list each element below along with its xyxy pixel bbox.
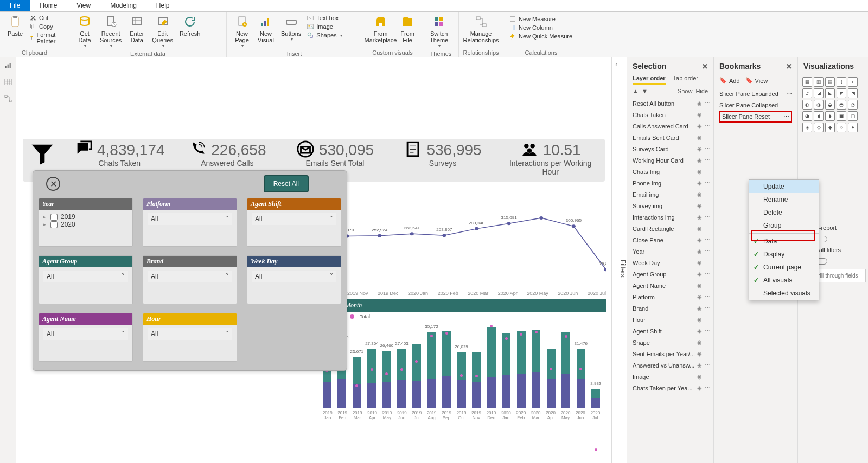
visibility-icon[interactable]: ◉ <box>697 134 705 140</box>
more-icon[interactable]: ⋯ <box>705 327 712 335</box>
context-menu-item[interactable]: Selected visuals <box>749 287 819 300</box>
more-icon[interactable]: ⋯ <box>705 134 712 141</box>
context-menu-item[interactable]: Delete <box>749 206 819 219</box>
slicer[interactable]: HourAll˅ <box>143 313 237 362</box>
viz-type-icon[interactable]: ○ <box>837 123 846 132</box>
bookmark-item[interactable]: Slicer Pane Reset⋯ <box>719 111 792 123</box>
bookmark-item[interactable]: Slicer Pane Expanded⋯ <box>719 88 792 100</box>
viz-type-icon[interactable]: ◗ <box>825 111 835 121</box>
more-icon[interactable]: ⋯ <box>705 145 712 152</box>
textbox-button[interactable]: AText box <box>307 14 342 22</box>
close-icon[interactable]: ✕ <box>786 62 792 70</box>
selection-item[interactable]: Agent Name◉⋯ <box>633 280 712 291</box>
selection-item[interactable]: Email img◉⋯ <box>633 189 712 200</box>
selection-item[interactable]: Chats Taken per Yea...◉⋯ <box>633 382 712 394</box>
slicer[interactable]: PlatformAll˅ <box>143 198 237 247</box>
visibility-icon[interactable]: ◉ <box>697 123 705 129</box>
visibility-icon[interactable]: ◉ <box>697 100 705 106</box>
visibility-icon[interactable]: ◉ <box>697 317 705 323</box>
slicer[interactable]: Agent GroupAll˅ <box>39 255 133 304</box>
context-menu-item[interactable]: Current page <box>749 261 819 274</box>
viz-type-icon[interactable]: ◓ <box>837 100 846 110</box>
more-icon[interactable]: ⋯ <box>705 362 712 369</box>
slicer-dropdown[interactable]: All˅ <box>148 271 232 282</box>
slicer[interactable]: Week DayAll˅ <box>247 255 341 304</box>
selection-item[interactable]: Calls Answered Card◉⋯ <box>633 120 712 132</box>
bar-column[interactable] <box>469 352 483 408</box>
viz-type-icon[interactable]: ◆ <box>825 123 835 132</box>
close-icon[interactable]: ✕ <box>46 177 60 191</box>
viz-type-icon[interactable]: ▦ <box>802 77 812 87</box>
viz-type-icon[interactable]: ◐ <box>802 100 812 110</box>
visibility-icon[interactable]: ◉ <box>697 282 705 288</box>
viz-type-icon[interactable]: ● <box>848 123 858 132</box>
more-icon[interactable]: ⋯ <box>705 373 712 380</box>
context-menu-item[interactable]: Rename <box>749 193 819 206</box>
slicer[interactable]: BrandAll˅ <box>143 255 237 304</box>
slicer[interactable]: Year▸ 2019▸ 2020 <box>39 198 133 247</box>
viz-type-icon[interactable]: ◕ <box>802 111 812 121</box>
selection-item[interactable]: Sent Emails per Year/...◉⋯ <box>633 348 712 359</box>
selection-item[interactable]: Year◉⋯ <box>633 246 712 257</box>
slicer[interactable]: Agent NameAll˅ <box>39 313 133 362</box>
manage-relationships-button[interactable]: Manage Relationships <box>462 13 500 44</box>
selection-item[interactable]: Reset All button◉⋯ <box>633 98 712 109</box>
more-icon[interactable]: ⋯ <box>705 305 712 312</box>
selection-item[interactable]: Close Pane◉⋯ <box>633 234 712 246</box>
enter-data-button[interactable]: Enter Data <box>125 13 149 44</box>
hide-button[interactable]: Hide <box>695 88 708 94</box>
more-icon[interactable]: ⋯ <box>705 157 712 164</box>
visibility-icon[interactable]: ◉ <box>697 351 705 357</box>
tab-home[interactable]: Home <box>30 0 67 11</box>
bar-column[interactable] <box>484 327 499 408</box>
tab-modeling[interactable]: Modeling <box>100 0 146 11</box>
more-icon[interactable]: ⋯ <box>786 102 792 109</box>
more-icon[interactable]: ⋯ <box>705 123 712 130</box>
filters-pane-collapsed[interactable]: ‹ Filters <box>611 57 627 463</box>
tab-tab-order[interactable]: Tab order <box>673 75 698 85</box>
selection-item[interactable]: Week Day◉⋯ <box>633 257 712 268</box>
context-menu-item[interactable]: Update <box>749 180 819 193</box>
more-icon[interactable]: ⋯ <box>705 316 712 323</box>
viz-type-icon[interactable]: ◔ <box>848 100 858 110</box>
selection-item[interactable]: Chats Img◉⋯ <box>633 166 712 177</box>
viz-type-icon[interactable]: ◣ <box>825 88 835 98</box>
bar-column[interactable] <box>544 349 558 408</box>
context-menu-item[interactable]: Data <box>749 235 819 248</box>
more-icon[interactable]: ⋯ <box>705 111 712 118</box>
tab-view[interactable]: View <box>67 0 100 11</box>
more-icon[interactable]: ⋯ <box>705 248 712 255</box>
slicer-dropdown[interactable]: All˅ <box>252 213 336 225</box>
image-button[interactable]: Image <box>307 23 342 30</box>
bar-column[interactable]: 27,403 <box>395 349 409 408</box>
selection-item[interactable]: Platform◉⋯ <box>633 291 712 303</box>
buttons-button[interactable]: Buttons <box>278 13 304 43</box>
visibility-icon[interactable]: ◉ <box>697 214 705 220</box>
selection-item[interactable]: Survey img◉⋯ <box>633 200 712 211</box>
selection-item[interactable]: Chats Taken◉⋯ <box>633 109 712 120</box>
selection-item[interactable]: Image◉⋯ <box>633 371 712 382</box>
selection-item[interactable]: Shape◉⋯ <box>633 337 712 348</box>
visibility-icon[interactable]: ◉ <box>697 294 705 300</box>
more-icon[interactable]: ⋯ <box>705 168 712 175</box>
visibility-icon[interactable]: ◉ <box>697 112 705 118</box>
edit-queries-button[interactable]: Edit Queries <box>149 13 176 49</box>
slicer-dropdown[interactable]: All˅ <box>148 213 232 225</box>
tab-layer-order[interactable]: Layer order <box>633 75 666 85</box>
more-icon[interactable]: ⋯ <box>705 202 712 209</box>
recent-sources-button[interactable]: Recent Sources <box>97 13 125 49</box>
visibility-icon[interactable]: ◉ <box>697 169 705 175</box>
bookmark-add-button[interactable]: 🔖Add <box>719 77 740 84</box>
kpi-card[interactable]: 536,995Surveys <box>394 140 492 176</box>
copy-button[interactable]: Copy <box>29 23 63 30</box>
bar-column[interactable]: 27,364 <box>365 349 379 408</box>
get-data-button[interactable]: Get Data <box>73 13 97 49</box>
bar-column[interactable] <box>499 333 513 408</box>
bar-chart[interactable]: per Year/Month bound Total 7,14630,50623… <box>317 299 606 440</box>
visibility-icon[interactable]: ◉ <box>697 146 705 152</box>
more-icon[interactable]: ⋯ <box>705 191 712 198</box>
more-icon[interactable]: ⋯ <box>705 259 712 266</box>
selection-item[interactable]: Interactions img◉⋯ <box>633 211 712 223</box>
viz-type-icon[interactable]: ⫽ <box>802 88 812 98</box>
bar-column[interactable]: 35,172 <box>425 332 439 408</box>
